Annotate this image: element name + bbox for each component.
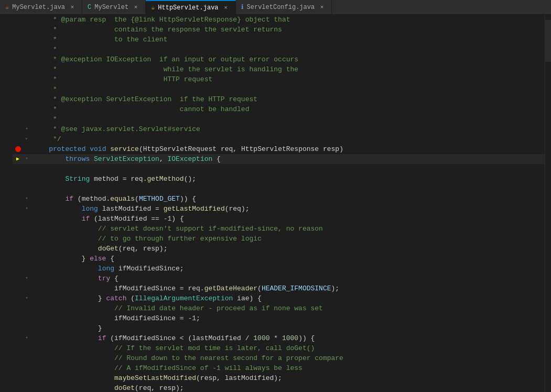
code-line: ▾ } catch (IllegalArgumentException iae)… (13, 293, 545, 303)
token: // A ifModifiedSince of -1 will always b… (33, 364, 302, 372)
token: )) { (298, 334, 315, 342)
code-line: ▶▾ throws ServletException, IOException … (13, 154, 545, 164)
token: service (110, 145, 139, 153)
minimap[interactable] (545, 15, 551, 392)
line-content: * (30, 84, 545, 94)
token: * HTTP request (33, 75, 212, 83)
line-content: ifModifiedSince = req.getDateHeader(HEAD… (30, 284, 545, 293)
tab-servletconfig-java[interactable]: ℹServletConfig.java× (236, 0, 332, 14)
code-line: * @param resp the {@link HttpServletResp… (13, 15, 545, 25)
fold-icon[interactable]: ▾ (23, 293, 30, 303)
tab-myservlet-java[interactable]: ☕MyServlet.java× (0, 0, 82, 14)
token: } (33, 255, 90, 263)
code-line: ▾ long lastModified = getLastModified(re… (13, 204, 545, 214)
token: maybeSetLastModified (114, 374, 196, 382)
code-line: ▾ try { (13, 274, 545, 284)
token: String (65, 175, 90, 183)
code-area[interactable]: * @param resp the {@link HttpServletResp… (13, 15, 545, 392)
code-line: * cannot be handled (13, 104, 545, 114)
token (33, 275, 98, 282)
code-line: ▾ if (method.equals(METHOD_GET)) { (13, 194, 545, 204)
line-content: String method = req.getMethod(); (30, 174, 545, 184)
code-line: } else { (13, 254, 545, 264)
token: ; (196, 314, 200, 322)
tab-myservlet[interactable]: CMyServlet× (82, 0, 146, 14)
fold-icon[interactable]: ▾ (23, 333, 30, 343)
token: * (33, 115, 57, 123)
line-content: ifModifiedSince = -1; (30, 313, 545, 323)
token: (lastModified == (90, 215, 163, 223)
line-content: // If the servlet mod time is later, cal… (30, 343, 545, 353)
fold-icon[interactable]: ▾ (23, 124, 30, 134)
token (33, 215, 82, 223)
line-content: // to go through further expensive logic (30, 234, 545, 244)
token: )) { (180, 195, 196, 203)
line-content: * @see javax.servlet.Servlet#service (30, 124, 545, 134)
tab-label: HttpServlet.java (158, 4, 218, 12)
token (33, 195, 65, 203)
code-line: * contains the response the servlet retu… (13, 25, 545, 35)
token: doGet (98, 245, 118, 253)
code-line: // Round down to the nearest second for … (13, 353, 545, 363)
token: * (33, 46, 57, 53)
token: ( (257, 285, 262, 292)
fold-icon[interactable]: ▾ (23, 204, 30, 214)
app-container: ☕MyServlet.java×CMyServlet×☕HttpServlet.… (0, 0, 551, 392)
line-content: * @exception ServletException if the HTT… (30, 94, 545, 104)
tab-close-button[interactable]: × (132, 3, 140, 12)
token: (resp, lastModified); (196, 374, 282, 382)
tab-bar: ☕MyServlet.java×CMyServlet×☕HttpServlet.… (0, 0, 551, 15)
line-content: long lastModified = getLastModified(req)… (30, 204, 545, 214)
tab-close-button[interactable]: × (318, 3, 326, 12)
token: } (33, 324, 102, 332)
code-line: // A ifModifiedSince of -1 will always b… (13, 363, 545, 373)
code-line (13, 164, 545, 174)
left-gutter (0, 15, 13, 392)
code-line: * @exception IOException if an input or … (13, 55, 545, 64)
minimap-thumb (545, 20, 551, 62)
token (33, 155, 65, 163)
token: * @see javax.servlet.Servlet#service (33, 125, 200, 133)
line-content: if (lastModified == -1) { (30, 214, 545, 224)
token: * (270, 334, 282, 342)
token: HEADER_IFMODSINCE (262, 285, 331, 292)
token: if (82, 215, 90, 223)
code-line: * (13, 45, 545, 55)
token: { (106, 255, 114, 263)
token: { (212, 155, 221, 163)
fold-icon[interactable]: ▾ (23, 154, 30, 164)
token: (); (184, 175, 196, 183)
token: (req); (225, 205, 250, 213)
token: 1000 (282, 334, 298, 342)
fold-icon[interactable]: ▾ (23, 194, 30, 204)
token: * @exception IOException if an input or … (33, 56, 298, 63)
code-line: protected void service(HttpServletReques… (13, 144, 545, 154)
code-line: * HTTP request (13, 74, 545, 84)
code-line: * while the servlet is handling the (13, 64, 545, 74)
line-content: * HTTP request (30, 74, 545, 84)
tab-label: ServletConfig.java (247, 4, 315, 11)
tab-close-button[interactable]: × (222, 4, 230, 12)
token (33, 384, 114, 392)
class-icon: C (88, 4, 91, 11)
fold-icon[interactable]: ▾ (23, 274, 30, 284)
code-line: * (13, 114, 545, 124)
tab-label: MyServlet (94, 4, 128, 11)
token: if (98, 334, 106, 342)
token: METHOD_GET (139, 195, 180, 203)
code-line: ▾ if (ifModifiedSince < (lastModified / … (13, 333, 545, 343)
fold-icon[interactable]: ▸ (23, 134, 30, 144)
line-content: long ifModifiedSince; (30, 264, 545, 274)
token: * @param resp the {@link HttpServletResp… (33, 16, 290, 24)
line-content: // servlet doesn't support if-modified-s… (30, 224, 545, 234)
tab-httpservlet-java[interactable]: ☕HttpServlet.java× (146, 0, 235, 14)
java-icon: ☕ (151, 4, 155, 12)
token (90, 155, 94, 163)
line-content: // A ifModifiedSince of -1 will always b… (30, 363, 545, 373)
token: ServletException (94, 155, 159, 163)
tab-close-button[interactable]: × (68, 3, 77, 12)
code-line: // If the servlet mod time is later, cal… (13, 343, 545, 353)
token: // servlet doesn't support if-modified-s… (33, 225, 323, 233)
line-content: * while the servlet is handling the (30, 64, 545, 74)
token: catch (106, 295, 126, 302)
